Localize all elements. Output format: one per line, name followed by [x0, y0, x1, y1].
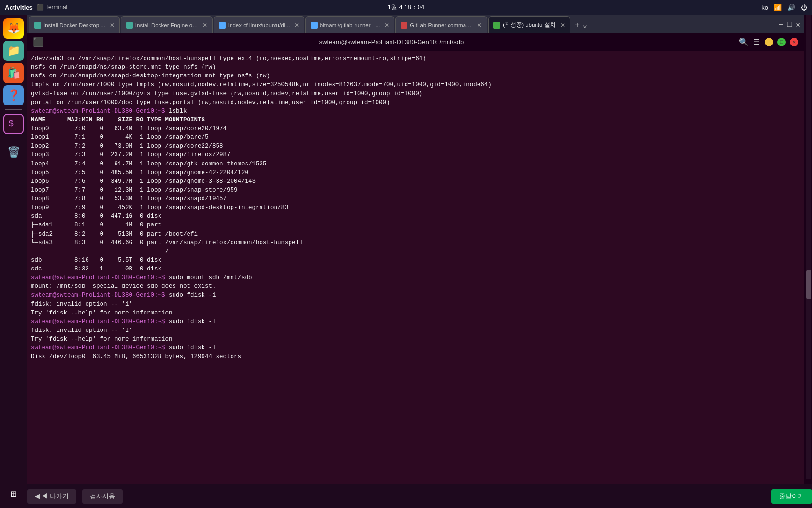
tab-favicon-5 — [401, 22, 407, 29]
dock-separator2 — [5, 138, 22, 138]
terminal-titlebar: ⬛ swteam@swteam-ProLiant-DL380-Gen10: /m… — [27, 33, 804, 51]
back-button[interactable]: ◀ ◀ 나가기 — [27, 489, 76, 504]
tab-index-linux[interactable]: Index of linux/ubuntu/di... ✕ — [214, 16, 304, 33]
lang-indicator[interactable]: ko — [761, 4, 768, 11]
search-button[interactable]: 🔍 — [740, 38, 748, 46]
maximize-button[interactable]: □ — [777, 38, 786, 46]
window-controls: ─ □ ✕ — [779, 16, 804, 33]
scrollbar-thumb[interactable] — [806, 270, 811, 299]
dock-files[interactable]: 📁 — [3, 41, 24, 61]
dock-help[interactable]: ❓ — [3, 85, 24, 105]
tab-close-2[interactable]: ✕ — [203, 22, 207, 29]
topbar-right: ko 📶 🔊 ⏻ — [761, 4, 807, 11]
tab-install-docker-desktop[interactable]: Install Docker Desktop ... ✕ — [29, 16, 120, 33]
new-tab-button[interactable]: ＋ — [573, 20, 581, 30]
terminal-icon-topbar: ⬛ Terminal — [37, 4, 67, 11]
tab-close-5[interactable]: ✕ — [477, 22, 482, 29]
window-close[interactable]: ✕ — [796, 20, 800, 30]
trash-icon: 🗑️ — [7, 146, 20, 159]
topbar: Activities ⬛ Terminal 1월 4 18：04 ko 📶 🔊 … — [0, 0, 812, 15]
sound-icon: 🔊 — [787, 4, 795, 11]
firefox-icon: 🦊 — [7, 22, 20, 35]
tab-label-5: GitLab Runner command... — [410, 22, 473, 28]
network-icon: 📶 — [774, 4, 782, 11]
exit-button[interactable]: 줄닫이기 — [771, 489, 812, 504]
tab-close-3[interactable]: ✕ — [294, 22, 299, 29]
help-icon: ❓ — [7, 89, 20, 102]
tab-label-2: Install Docker Engine on ... — [135, 22, 198, 28]
terminal-icon: $_ — [8, 119, 19, 129]
bottom-overlay: ◀ ◀ 나가기 검사시용 줄닫이기 — [27, 484, 812, 508]
dock-apps[interactable]: ⊞ — [3, 484, 24, 504]
tab-favicon-2 — [126, 22, 133, 29]
store-icon: 🛍️ — [7, 67, 20, 80]
terminal-window: Install Docker Desktop ... ✕ Install Doc… — [27, 15, 804, 508]
tabs-bar: Install Docker Desktop ... ✕ Install Doc… — [27, 15, 804, 33]
terminal-titlebar-icon: ⬛ — [33, 37, 44, 47]
minimize-button[interactable]: ─ — [765, 38, 773, 46]
back-icon: ◀ — [35, 493, 40, 500]
back-label: ◀ 나가기 — [42, 492, 69, 501]
tab-close-4[interactable]: ✕ — [384, 22, 389, 29]
tab-ubuntu-install[interactable]: (작성중) ubuntu 설치 ✕ — [488, 16, 570, 33]
tab-gitlab-runner[interactable]: GitLab Runner command... ✕ — [395, 16, 487, 33]
bottom-center: 검사시용 — [82, 489, 766, 504]
search-action-button[interactable]: 검사시용 — [82, 489, 123, 504]
topbar-clock: 1월 4 18：04 — [388, 3, 425, 12]
activities-button[interactable]: Activities — [5, 4, 33, 11]
exit-label: 줄닫이기 — [779, 492, 804, 501]
scrollbar-track[interactable] — [806, 15, 811, 479]
window-minimize[interactable]: ─ — [779, 20, 783, 29]
tab-label-1: Install Docker Desktop ... — [44, 22, 105, 28]
tab-label-4: bitnami/gitlab-runner - ... — [320, 22, 380, 28]
tab-label-3: Index of linux/ubuntu/di... — [228, 22, 290, 28]
tab-favicon-3 — [219, 22, 226, 29]
hamburger-menu[interactable]: ☰ — [752, 38, 761, 46]
tab-bitnami[interactable]: bitnami/gitlab-runner - ... ✕ — [305, 16, 395, 33]
tab-favicon-4 — [311, 22, 318, 29]
terminal-content[interactable]: /dev/sda3 on /var/snap/firefox/common/ho… — [27, 51, 804, 508]
tab-favicon-6 — [493, 22, 500, 29]
tab-favicon-1 — [34, 22, 41, 29]
window-maximize[interactable]: □ — [787, 20, 792, 29]
close-button[interactable]: ✕ — [790, 38, 798, 46]
dock-separator — [5, 109, 22, 110]
dock-bottom: ⊞ — [3, 484, 24, 504]
topbar-left: Activities ⬛ Terminal — [5, 4, 67, 11]
tab-close-1[interactable]: ✕ — [110, 22, 115, 29]
terminal-title: swteam@swteam-ProLiant-DL380-Gen10: /mnt… — [47, 38, 736, 45]
search-action-label: 검사시용 — [90, 492, 115, 501]
tab-install-docker-engine[interactable]: Install Docker Engine on ... ✕ — [121, 16, 213, 33]
dock-store[interactable]: 🛍️ — [3, 63, 24, 83]
tab-list-button[interactable]: ⌄ — [583, 20, 588, 30]
power-icon: ⏻ — [801, 4, 807, 11]
tab-label-6: (작성중) ubuntu 설치 — [503, 21, 555, 29]
apps-grid-icon: ⊞ — [10, 488, 16, 501]
dock: 🦊 📁 🛍️ ❓ $_ 🗑️ ⊞ — [0, 15, 27, 508]
files-icon: 📁 — [7, 45, 20, 58]
dock-firefox[interactable]: 🦊 — [3, 18, 24, 39]
tab-close-6[interactable]: ✕ — [560, 22, 565, 29]
dock-trash[interactable]: 🗑️ — [3, 142, 24, 163]
dock-terminal[interactable]: $_ — [3, 114, 24, 134]
tabs-controls: ＋ ⌄ — [573, 16, 588, 33]
